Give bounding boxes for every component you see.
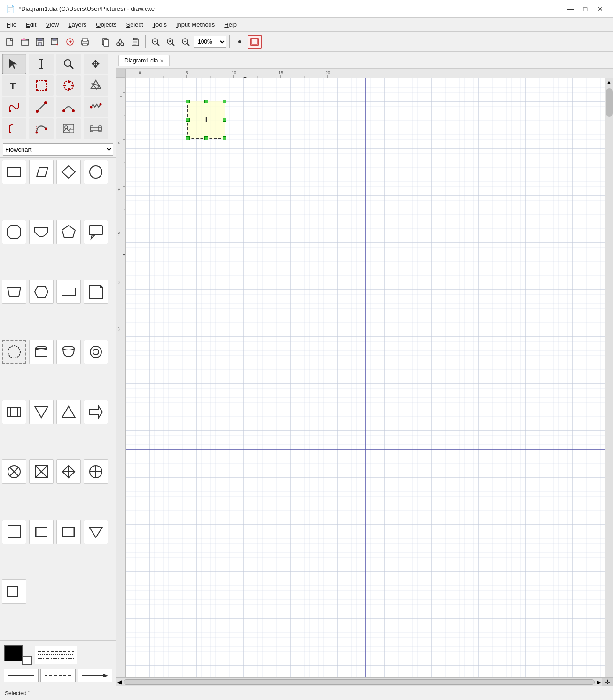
shape-rectangle[interactable]: [2, 160, 26, 184]
handle-tc[interactable]: [204, 100, 208, 103]
close-button[interactable]: ✕: [593, 3, 607, 15]
shape-ellipse-dotted[interactable]: [2, 340, 26, 364]
menu-input-methods[interactable]: Input Methods: [171, 19, 219, 30]
maximize-button[interactable]: □: [578, 3, 592, 15]
text-cursor-tool[interactable]: [29, 54, 54, 74]
scroll-track-h[interactable]: [124, 679, 595, 685]
shape-pentagon[interactable]: [56, 220, 81, 244]
foreground-color-swatch[interactable]: [4, 645, 23, 661]
scroll-thumb-v[interactable]: [606, 88, 613, 117]
export-button[interactable]: [63, 35, 77, 49]
magnify-tool[interactable]: [56, 54, 81, 74]
shape-trapezoid[interactable]: [2, 280, 26, 304]
dumbbell-tool[interactable]: [84, 118, 108, 139]
line-dashed[interactable]: [40, 669, 75, 682]
line-style-selector[interactable]: [35, 646, 77, 664]
save-as-button[interactable]: +: [48, 35, 62, 49]
cut-button[interactable]: [113, 35, 127, 49]
handle-tr[interactable]: [223, 100, 226, 103]
shape-box-process[interactable]: [2, 400, 26, 424]
zoom-in-button[interactable]: [148, 35, 163, 49]
copy-clipboard-button[interactable]: [98, 35, 112, 49]
menu-help[interactable]: Help: [219, 19, 241, 30]
shape-circle-plus[interactable]: [84, 459, 108, 484]
shape-parallelogram[interactable]: [29, 160, 54, 184]
menu-edit[interactable]: Edit: [21, 19, 41, 30]
zoom-out-button[interactable]: [178, 35, 193, 49]
select-tool[interactable]: [2, 54, 26, 74]
shape-circle2[interactable]: [84, 340, 108, 364]
line-arrow[interactable]: [78, 669, 112, 682]
box-tool[interactable]: [29, 75, 54, 96]
scroll-up-arrow[interactable]: ▲: [605, 78, 613, 86]
shape-callout[interactable]: [84, 220, 108, 244]
line-solid[interactable]: [4, 669, 39, 682]
svg-rect-73: [90, 126, 93, 132]
menu-select[interactable]: Select: [121, 19, 147, 30]
shape-triangle-down2[interactable]: [84, 520, 108, 544]
tab-close-icon[interactable]: ✕: [160, 58, 163, 63]
bezier-tool[interactable]: [2, 97, 26, 117]
handle-bc[interactable]: [204, 136, 208, 140]
curve-tool[interactable]: [29, 118, 54, 139]
text-tool[interactable]: T: [2, 75, 26, 96]
save-button[interactable]: [33, 35, 47, 49]
shape-cross-circle[interactable]: [2, 459, 26, 484]
new-button[interactable]: [3, 35, 17, 49]
tab-diagram1[interactable]: Diagram1.dia ✕: [118, 55, 170, 66]
shape-square2[interactable]: [2, 520, 26, 544]
shape-diamond-small[interactable]: [56, 459, 81, 484]
shape-bracket-left[interactable]: [29, 520, 54, 544]
ellipse-tool[interactable]: [56, 75, 81, 96]
menu-file[interactable]: File: [2, 19, 21, 30]
shape-x-circle[interactable]: [29, 459, 54, 484]
menu-layers[interactable]: Layers: [63, 19, 91, 30]
zoom-select[interactable]: 100% 25% 50% 75% 150% 200%: [194, 36, 226, 48]
minimize-button[interactable]: —: [563, 3, 577, 15]
handle-ml[interactable]: [186, 118, 190, 122]
shape-stadium[interactable]: [56, 280, 81, 304]
menu-tools[interactable]: Tools: [148, 19, 171, 30]
shape-half-open[interactable]: [29, 220, 54, 244]
diagram-object[interactable]: I: [187, 101, 225, 139]
diagram-canvas[interactable]: I: [126, 78, 605, 677]
handle-bl[interactable]: [186, 136, 190, 140]
svg-text:T: T: [10, 81, 16, 91]
line-tool[interactable]: [29, 97, 54, 117]
handle-br[interactable]: [223, 136, 226, 140]
outline-tool[interactable]: [2, 118, 26, 139]
shape-bracket-right[interactable]: [56, 520, 81, 544]
shape-note[interactable]: [84, 280, 108, 304]
menu-view[interactable]: View: [41, 19, 63, 30]
shape-category-select[interactable]: Flowchart Basic UML Network Logic Misc: [3, 143, 113, 156]
scroll-tool[interactable]: ✥: [84, 54, 108, 74]
zigzag-tool[interactable]: [84, 97, 108, 117]
zoom-fit-button[interactable]: [163, 35, 178, 49]
dot-button[interactable]: [233, 35, 247, 49]
scroll-corner[interactable]: ✛: [602, 678, 613, 686]
open-button[interactable]: [18, 35, 32, 49]
arc-tool[interactable]: [56, 97, 81, 117]
shape-circle[interactable]: [84, 160, 108, 184]
shape-cylinder[interactable]: [29, 340, 54, 364]
shape-hexagon[interactable]: [29, 280, 54, 304]
print-button[interactable]: [78, 35, 92, 49]
object-button[interactable]: [248, 35, 262, 49]
vertical-scrollbar[interactable]: ▲: [605, 78, 613, 677]
shape-octagon[interactable]: [2, 220, 26, 244]
shape-arrow-right[interactable]: [84, 400, 108, 424]
paste-button[interactable]: [128, 35, 142, 49]
shape-triangle-down[interactable]: [29, 400, 54, 424]
shape-stadium2[interactable]: [56, 340, 81, 364]
shape-triangle-up[interactable]: [56, 400, 81, 424]
polygon-tool[interactable]: [84, 75, 108, 96]
shape-diamond[interactable]: [56, 160, 81, 184]
scroll-right-arrow[interactable]: ▶: [596, 679, 602, 685]
shape-small-rect[interactable]: [2, 579, 26, 604]
handle-tl[interactable]: [186, 100, 190, 103]
image-tool[interactable]: [56, 118, 81, 139]
menu-objects[interactable]: Objects: [91, 19, 121, 30]
handle-mr[interactable]: [223, 118, 226, 122]
background-color-swatch[interactable]: [22, 656, 32, 665]
scroll-left-arrow[interactable]: ◀: [116, 679, 123, 685]
